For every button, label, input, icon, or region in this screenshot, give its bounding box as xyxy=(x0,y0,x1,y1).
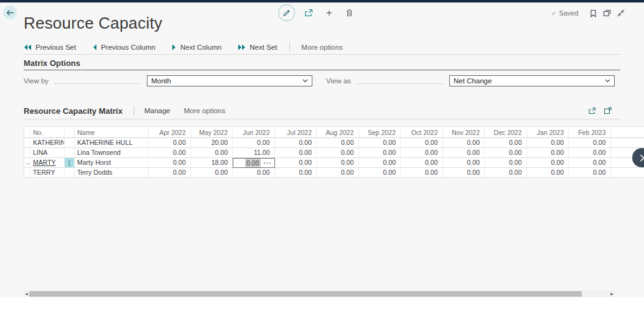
column-header-month[interactable]: Nov 2022 xyxy=(443,127,485,138)
next-set-button[interactable]: Next Set xyxy=(238,44,277,51)
matrix-header-divider xyxy=(134,106,134,116)
delete-button[interactable] xyxy=(345,9,353,17)
cell-value[interactable]: 0.00 xyxy=(443,168,485,178)
cell-value[interactable]: 0.00 xyxy=(317,168,359,178)
matrix-share-button[interactable] xyxy=(588,107,596,114)
share-button[interactable] xyxy=(304,9,313,17)
cell-name[interactable]: Marty Horst xyxy=(75,158,149,168)
cell-value[interactable]: 0.00 xyxy=(443,148,485,158)
no-value: LINA xyxy=(33,148,64,157)
cell-value[interactable]: 0.00 xyxy=(233,168,275,178)
cell-value[interactable]: 0.00 xyxy=(233,138,275,148)
cell-value[interactable]: 0.00 xyxy=(527,148,569,158)
matrix-more-options-button[interactable]: More options xyxy=(184,107,225,114)
column-header-month[interactable]: May 2022 xyxy=(191,127,233,138)
cell-value[interactable]: 0.00 xyxy=(527,168,569,178)
cell-value[interactable]: 0.00 xyxy=(401,168,443,178)
column-header-name[interactable]: Name xyxy=(75,127,149,138)
cell-value[interactable]: 20.00 xyxy=(191,138,233,148)
cell-no[interactable]: MARTY xyxy=(30,158,65,168)
scroll-left-arrow[interactable]: ◄ xyxy=(24,290,29,297)
cell-value[interactable]: 0.00 xyxy=(359,138,401,148)
cell-value[interactable]: 0.00 xyxy=(569,158,611,168)
cell-partial xyxy=(611,138,644,148)
column-header-month[interactable]: Jun 2022 xyxy=(233,127,275,138)
cell-name[interactable]: KATHERINE HULL xyxy=(75,138,149,148)
cell-value[interactable]: 0.00 xyxy=(275,168,317,178)
cell-name[interactable]: Lina Townsend xyxy=(75,148,149,158)
column-header-month[interactable]: Sep 2022 xyxy=(359,127,401,138)
back-button[interactable] xyxy=(3,6,17,19)
scrollbar-thumb[interactable] xyxy=(29,291,582,297)
cell-value[interactable]: 0.00 xyxy=(359,168,401,178)
cell-value[interactable]: 0.00 xyxy=(317,138,359,148)
horizontal-scrollbar[interactable]: ◄ ► xyxy=(24,290,615,297)
cell-value[interactable]: 18.00 xyxy=(191,158,233,168)
cell-value[interactable]: 0.00 xyxy=(569,168,611,178)
more-options-button[interactable]: More options xyxy=(301,44,342,51)
cell-value[interactable]: 0.00 xyxy=(443,158,485,168)
cell-no[interactable]: LINA xyxy=(30,148,65,158)
cell-name[interactable]: Terry Dodds xyxy=(75,168,149,178)
column-header-month[interactable]: Aug 2022 xyxy=(317,127,359,138)
cell-value[interactable]: 0.00 xyxy=(149,158,191,168)
column-header-month[interactable]: Oct 2022 xyxy=(401,127,443,138)
new-button[interactable]: + xyxy=(326,7,332,18)
view-by-select[interactable]: Month xyxy=(147,75,312,86)
share-icon xyxy=(304,9,313,17)
cell-value[interactable]: 0.00 xyxy=(275,138,317,148)
cell-value[interactable]: 0.00 xyxy=(191,168,233,178)
cell-value[interactable]: 0.00 xyxy=(149,168,191,178)
chevron-down-icon xyxy=(302,79,308,83)
cell-value[interactable]: 0.00 xyxy=(527,158,569,168)
cell-value[interactable]: 0.00 xyxy=(485,158,527,168)
edit-button[interactable] xyxy=(278,4,295,21)
cell-value[interactable]: 0.00 xyxy=(149,148,191,158)
cell-no[interactable]: TERRY xyxy=(30,168,65,178)
scrollbar-track[interactable] xyxy=(29,290,609,297)
column-header-month[interactable]: Jul 2022 xyxy=(275,127,317,138)
bookmark-button[interactable] xyxy=(590,9,597,17)
row-menu-button[interactable]: ⋮ xyxy=(65,158,75,168)
cell-value[interactable]: 0.00 xyxy=(485,138,527,148)
cell-value[interactable]: 0.00 xyxy=(401,158,443,168)
scroll-right-arrow[interactable]: ► xyxy=(609,290,615,297)
cell-value[interactable]: 0.00 xyxy=(359,148,401,158)
cell-value[interactable]: 0.00 xyxy=(569,148,611,158)
table-row: LINALina Townsend0.000.0011.000.000.000.… xyxy=(24,148,644,158)
column-header-month[interactable]: Jan 2023 xyxy=(527,127,569,138)
cell-value[interactable]: 0.00 xyxy=(485,148,527,158)
column-header-month[interactable]: Feb 2023 xyxy=(569,127,611,138)
cell-value[interactable]: 0.00 xyxy=(527,138,569,148)
cell-value[interactable]: 0.00 xyxy=(317,148,359,158)
cell-value[interactable]: 11.00 xyxy=(233,148,275,158)
table-row: KATHERINEKATHERINE HULL0.0020.000.000.00… xyxy=(24,138,644,148)
active-cell[interactable]: 0.00··· xyxy=(233,158,275,168)
cell-value[interactable]: 0.00 xyxy=(443,138,485,148)
cell-value[interactable]: 0.00 xyxy=(275,158,317,168)
column-header-month[interactable]: Dec 2022 xyxy=(485,127,527,138)
cell-value[interactable]: 0.00 xyxy=(359,158,401,168)
open-in-window-button[interactable] xyxy=(603,9,611,17)
cell-value[interactable]: 0.00 xyxy=(275,148,317,158)
cell-value[interactable]: 0.00 xyxy=(569,138,611,148)
cell-no[interactable]: KATHERINE xyxy=(30,138,65,148)
column-header-no[interactable]: No.↑ xyxy=(30,127,65,138)
cell-value[interactable]: 0.00 xyxy=(149,138,191,148)
cell-value[interactable]: 0.00 xyxy=(191,148,233,158)
assist-edit-icon[interactable]: ··· xyxy=(264,159,272,168)
cell-value[interactable]: 0.00 xyxy=(401,138,443,148)
cell-value[interactable]: 0.00 xyxy=(317,158,359,168)
row-menu-cell xyxy=(65,168,75,178)
next-column-button[interactable]: Next Column xyxy=(172,44,222,51)
cell-value[interactable]: 0.00 xyxy=(485,168,527,178)
cell-value[interactable]: 0.00 xyxy=(401,148,443,158)
column-header-month[interactable]: Apr 2022 xyxy=(149,127,191,138)
matrix-expand-button[interactable] xyxy=(604,107,612,114)
no-value[interactable]: MARTY xyxy=(33,158,64,167)
collapse-button[interactable] xyxy=(617,9,625,17)
view-as-select[interactable]: Net Change xyxy=(449,75,615,86)
manage-button[interactable]: Manage xyxy=(144,107,170,114)
previous-column-button[interactable]: Previous Column xyxy=(92,44,156,51)
previous-set-button[interactable]: Previous Set xyxy=(24,44,76,51)
